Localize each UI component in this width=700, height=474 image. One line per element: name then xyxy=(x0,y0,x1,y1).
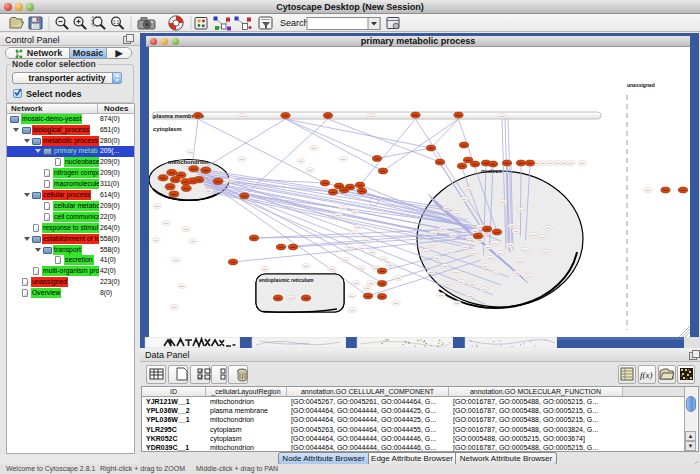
svg-text:mitochondrion: mitochondrion xyxy=(168,159,209,165)
svg-text:endoplasmic reticulum: endoplasmic reticulum xyxy=(259,277,314,283)
svg-text:unassigned: unassigned xyxy=(627,82,655,88)
svg-text:Search:: Search: xyxy=(280,18,311,28)
svg-text:f(x): f(x) xyxy=(640,370,653,380)
svg-text:1:1: 1:1 xyxy=(113,20,120,25)
svg-text:nucleus: nucleus xyxy=(481,168,502,174)
svg-text:cytoplasm: cytoplasm xyxy=(153,126,182,132)
